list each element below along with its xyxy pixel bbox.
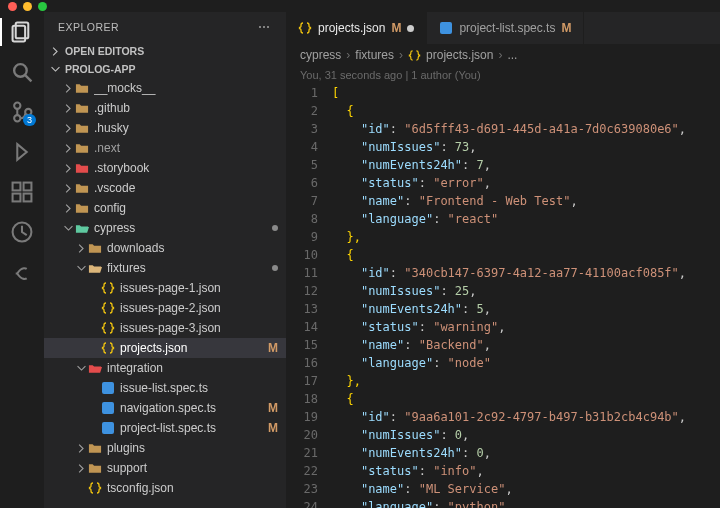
tree-item-label: fixtures: [107, 261, 266, 275]
chevron-right-icon: [63, 83, 74, 94]
chevron-down-icon: [63, 223, 74, 234]
editor-tab[interactable]: projects.jsonM: [286, 12, 427, 44]
json-icon: [408, 49, 421, 62]
close-window-icon[interactable]: [8, 2, 17, 11]
tree-item-label: __mocks__: [94, 81, 278, 95]
run-debug-icon[interactable]: [10, 140, 34, 164]
tree-file[interactable]: issue-list.spec.ts: [44, 378, 286, 398]
breadcrumb[interactable]: cypress›fixtures›projects.json›...: [286, 44, 720, 66]
tab-label: projects.json: [318, 21, 385, 35]
explorer-icon[interactable]: [10, 20, 34, 44]
source-control-icon[interactable]: 3: [10, 100, 34, 124]
breadcrumb-item[interactable]: fixtures: [355, 48, 394, 62]
modified-badge: M: [268, 421, 278, 435]
tree-file[interactable]: issues-page-1.json: [44, 278, 286, 298]
tree-item-label: .github: [94, 101, 278, 115]
tree-file[interactable]: tsconfig.json: [44, 478, 286, 498]
tree-folder[interactable]: .vscode: [44, 178, 286, 198]
folder-icon: [87, 461, 103, 475]
tree-item-label: issue-list.spec.ts: [120, 381, 278, 395]
folder-icon: [74, 141, 90, 155]
json-icon: [100, 321, 116, 335]
extensions-icon[interactable]: [10, 180, 34, 204]
tree-folder[interactable]: .github: [44, 98, 286, 118]
search-icon[interactable]: [10, 60, 34, 84]
file-tree: __mocks__.github.husky.next.storybook.vs…: [44, 78, 286, 508]
open-editors-section[interactable]: OPEN EDITORS: [44, 42, 286, 60]
json-icon: [87, 481, 103, 495]
chevron-right-icon: [63, 203, 74, 214]
git-blame-annotation: You, 31 seconds ago | 1 author (You): [286, 66, 720, 84]
breadcrumb-item[interactable]: ...: [507, 48, 517, 62]
json-icon: [100, 341, 116, 355]
maximize-window-icon[interactable]: [38, 2, 47, 11]
tree-folder[interactable]: support: [44, 458, 286, 478]
dirty-dot-icon: [272, 265, 278, 271]
chevron-down-icon: [76, 363, 87, 374]
chevron-right-icon: [76, 443, 87, 454]
project-section[interactable]: PROLOG-APP: [44, 60, 286, 78]
chevron-right-icon: [63, 163, 74, 174]
modified-badge: M: [268, 401, 278, 415]
tree-item-label: cypress: [94, 221, 266, 235]
folder-icon: [74, 181, 90, 195]
dirty-dot-icon: [272, 225, 278, 231]
code-editor[interactable]: 1234567891011121314151617181920212223242…: [286, 84, 720, 508]
tree-folder[interactable]: cypress: [44, 218, 286, 238]
tree-item-label: .storybook: [94, 161, 278, 175]
json-icon: [100, 281, 116, 295]
tree-folder[interactable]: .husky: [44, 118, 286, 138]
breadcrumb-separator-icon: ›: [498, 48, 502, 62]
tree-file[interactable]: navigation.spec.tsM: [44, 398, 286, 418]
tree-folder[interactable]: config: [44, 198, 286, 218]
editor-tabs: projects.jsonMproject-list.spec.tsM: [286, 12, 720, 44]
folder-icon: [87, 441, 103, 455]
tree-item-label: support: [107, 461, 278, 475]
folder-icon: [87, 261, 103, 275]
folder-icon: [74, 81, 90, 95]
tree-item-label: issues-page-2.json: [120, 301, 278, 315]
tree-file[interactable]: projects.jsonM: [44, 338, 286, 358]
tree-file[interactable]: project-list.spec.tsM: [44, 418, 286, 438]
timeline-icon[interactable]: [10, 220, 34, 244]
editor-tab[interactable]: project-list.spec.tsM: [427, 12, 584, 44]
breadcrumb-item[interactable]: cypress: [300, 48, 341, 62]
tree-folder[interactable]: .next: [44, 138, 286, 158]
share-icon[interactable]: [10, 260, 34, 284]
tree-folder[interactable]: plugins: [44, 438, 286, 458]
ts-icon: [100, 401, 116, 415]
chevron-right-icon: [76, 243, 87, 254]
editor-group: projects.jsonMproject-list.spec.tsM cypr…: [286, 12, 720, 508]
tree-folder[interactable]: downloads: [44, 238, 286, 258]
tree-item-label: .next: [94, 141, 278, 155]
tree-item-label: issues-page-1.json: [120, 281, 278, 295]
tree-folder[interactable]: __mocks__: [44, 78, 286, 98]
modified-badge: M: [268, 341, 278, 355]
tree-folder[interactable]: fixtures: [44, 258, 286, 278]
minimize-window-icon[interactable]: [23, 2, 32, 11]
tree-folder[interactable]: integration: [44, 358, 286, 378]
tree-folder[interactable]: .storybook: [44, 158, 286, 178]
modified-badge: M: [391, 21, 401, 35]
tree-item-label: projects.json: [120, 341, 262, 355]
breadcrumb-item[interactable]: projects.json: [426, 48, 493, 62]
tree-file[interactable]: issues-page-2.json: [44, 298, 286, 318]
chevron-right-icon: [63, 123, 74, 134]
chevron-right-icon: [63, 143, 74, 154]
tree-file[interactable]: issues-page-3.json: [44, 318, 286, 338]
folder-icon: [87, 361, 103, 375]
open-editors-label: OPEN EDITORS: [65, 45, 144, 57]
tree-item-label: tsconfig.json: [107, 481, 278, 495]
more-actions-icon[interactable]: [256, 20, 272, 34]
ts-icon: [100, 381, 116, 395]
json-icon: [298, 21, 312, 35]
ts-icon: [100, 421, 116, 435]
unsaved-dot-icon: [407, 25, 414, 32]
folder-icon: [74, 101, 90, 115]
project-label: PROLOG-APP: [65, 63, 136, 75]
tree-item-label: project-list.spec.ts: [120, 421, 262, 435]
tree-item-label: integration: [107, 361, 278, 375]
folder-icon: [74, 201, 90, 215]
code-content[interactable]: [ { "id": "6d5fff43-d691-445d-a41a-7d0c6…: [332, 84, 720, 508]
folder-icon: [74, 121, 90, 135]
